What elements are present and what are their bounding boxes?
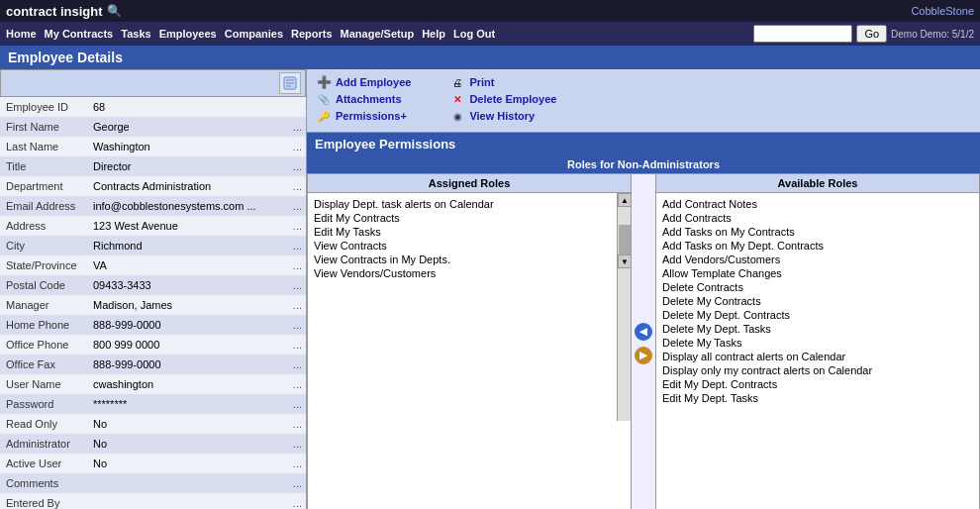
available-role-item[interactable]: Add Contracts bbox=[660, 211, 975, 225]
assigned-role-item[interactable]: View Contracts in My Depts. bbox=[312, 253, 613, 266]
field-edit-dots[interactable]: ... bbox=[286, 454, 306, 473]
available-role-item[interactable]: Add Tasks on My Contracts bbox=[660, 225, 975, 239]
attachments-link[interactable]: Attachments bbox=[336, 93, 402, 105]
assigned-role-item[interactable]: View Contracts bbox=[312, 239, 613, 253]
assigned-role-item[interactable]: Edit My Tasks bbox=[312, 225, 613, 239]
nav-reports[interactable]: Reports bbox=[291, 28, 333, 40]
field-edit-dots[interactable]: ... bbox=[286, 137, 306, 156]
go-button[interactable]: Go bbox=[856, 25, 887, 43]
available-role-item[interactable]: Delete My Tasks bbox=[660, 336, 975, 350]
available-role-item[interactable]: Display only my contract alerts on Calen… bbox=[660, 363, 975, 377]
nav-help[interactable]: Help bbox=[422, 28, 445, 40]
nav-employees[interactable]: Employees bbox=[159, 28, 217, 40]
available-role-item[interactable]: Add Vendors/Customers bbox=[660, 253, 975, 266]
field-edit-dots[interactable]: ... bbox=[286, 216, 306, 236]
cobblestone-link[interactable]: CobbleStone bbox=[911, 5, 974, 17]
assigned-role-item[interactable]: Display Dept. task alerts on Calendar bbox=[312, 197, 613, 211]
edit-icon[interactable] bbox=[279, 72, 301, 94]
field-edit-dots[interactable]: ... bbox=[286, 236, 306, 255]
field-value: No bbox=[89, 454, 286, 473]
nav-home[interactable]: Home bbox=[6, 28, 37, 40]
available-role-item[interactable]: Delete Contracts bbox=[660, 280, 975, 294]
right-panel: ➕ Add Employee 📎 Attachments 🔑 Permissio… bbox=[307, 69, 980, 509]
field-value: 123 West Avenue bbox=[89, 216, 286, 236]
available-role-item[interactable]: Add Tasks on My Dept. Contracts bbox=[660, 239, 975, 253]
field-label: State/Province bbox=[0, 255, 89, 275]
field-edit-dots[interactable]: ... bbox=[286, 196, 306, 216]
field-edit-dots[interactable]: ... bbox=[286, 275, 306, 295]
field-value: Contracts Administration bbox=[89, 176, 286, 196]
field-label: Entered By bbox=[0, 493, 89, 509]
scroll-thumb[interactable] bbox=[619, 225, 631, 254]
print-icon: 🖨 bbox=[450, 75, 464, 89]
field-edit-dots[interactable]: ... bbox=[286, 394, 306, 414]
employee-fields: Employee ID 68 First Name George ... Las… bbox=[0, 97, 306, 509]
available-role-item[interactable]: Edit My Dept. Tasks bbox=[660, 391, 975, 405]
print-link[interactable]: Print bbox=[469, 76, 494, 88]
field-edit-dots[interactable]: ... bbox=[286, 335, 306, 355]
field-label: Administrator bbox=[0, 434, 89, 454]
field-edit-dots[interactable]: ... bbox=[286, 255, 306, 275]
nav-log-out[interactable]: Log Out bbox=[453, 28, 495, 40]
field-edit-dots[interactable]: ... bbox=[286, 315, 306, 335]
field-label: Comments bbox=[0, 473, 89, 493]
view-history-icon: ◉ bbox=[450, 109, 464, 123]
field-edit-dots[interactable]: ... bbox=[286, 117, 306, 137]
available-role-item[interactable]: Display all contract alerts on Calendar bbox=[660, 350, 975, 363]
roles-cols: Assigned Roles Display Dept. task alerts… bbox=[307, 173, 980, 509]
field-value: info@cobblestonesystems.com ... bbox=[89, 196, 286, 216]
view-history-link[interactable]: View History bbox=[469, 110, 535, 122]
permissions-icon: 🔑 bbox=[317, 109, 331, 123]
field-edit-dots[interactable]: ... bbox=[286, 176, 306, 196]
delete-employee-link[interactable]: Delete Employee bbox=[469, 93, 556, 105]
field-edit-dots[interactable]: ... bbox=[286, 355, 306, 374]
field-value bbox=[89, 493, 286, 509]
scroll-up-btn[interactable]: ▲ bbox=[618, 193, 632, 207]
field-value: cwashington bbox=[89, 374, 286, 394]
nav-links: Home My Contracts Tasks Employees Compan… bbox=[6, 28, 495, 40]
available-role-item[interactable]: Delete My Dept. Tasks bbox=[660, 322, 975, 336]
search-input[interactable] bbox=[753, 25, 852, 43]
permissions-action: 🔑 Permissions+ bbox=[317, 109, 411, 123]
view-history-action: ◉ View History bbox=[450, 109, 556, 123]
action-panel: ➕ Add Employee 📎 Attachments 🔑 Permissio… bbox=[307, 69, 980, 133]
available-role-item[interactable]: Delete My Contracts bbox=[660, 294, 975, 308]
field-edit-dots[interactable]: ... bbox=[286, 493, 306, 509]
delete-employee-action: ✕ Delete Employee bbox=[450, 92, 556, 106]
field-edit-dots[interactable]: ... bbox=[286, 374, 306, 394]
permissions-link[interactable]: Permissions+ bbox=[336, 110, 407, 122]
actions-col-1: ➕ Add Employee 📎 Attachments 🔑 Permissio… bbox=[317, 75, 411, 126]
field-label: Address bbox=[0, 216, 89, 236]
field-edit-dots[interactable]: ... bbox=[286, 156, 306, 176]
scroll-down-btn[interactable]: ▼ bbox=[618, 254, 632, 268]
field-value: George bbox=[89, 117, 286, 137]
print-action: 🖨 Print bbox=[450, 75, 556, 89]
field-label: First Name bbox=[0, 117, 89, 137]
nav-manage-setup[interactable]: Manage/Setup bbox=[341, 28, 415, 40]
field-label: Office Fax bbox=[0, 355, 89, 374]
move-right-btn[interactable]: ▶ bbox=[635, 347, 652, 364]
attachments-action: 📎 Attachments bbox=[317, 92, 411, 106]
assigned-roles-scrollbar[interactable]: ▲ ▼ bbox=[617, 193, 631, 421]
assigned-role-item[interactable]: View Vendors/Customers bbox=[312, 266, 613, 280]
available-role-item[interactable]: Edit My Dept. Contracts bbox=[660, 377, 975, 391]
available-role-item[interactable]: Allow Template Changes bbox=[660, 266, 975, 280]
field-edit-dots[interactable]: ... bbox=[286, 473, 306, 493]
field-edit-dots[interactable]: ... bbox=[286, 434, 306, 454]
available-role-item[interactable]: Delete My Dept. Contracts bbox=[660, 308, 975, 322]
field-label: Last Name bbox=[0, 137, 89, 156]
demo-text: Demo Demo: 5/1/2 bbox=[891, 29, 974, 40]
available-role-item[interactable]: Add Contract Notes bbox=[660, 197, 975, 211]
nav-tasks[interactable]: Tasks bbox=[121, 28, 150, 40]
field-edit-dots[interactable]: ... bbox=[286, 295, 306, 315]
nav-my-contracts[interactable]: My Contracts bbox=[45, 28, 114, 40]
assigned-role-item[interactable]: Edit My Contracts bbox=[312, 211, 613, 225]
field-label: Email Address bbox=[0, 196, 89, 216]
add-employee-icon: ➕ bbox=[317, 75, 331, 89]
field-label: Manager bbox=[0, 295, 89, 315]
field-value: VA bbox=[89, 255, 286, 275]
move-left-btn[interactable]: ◀ bbox=[635, 323, 652, 341]
field-edit-dots[interactable]: ... bbox=[286, 414, 306, 434]
add-employee-link[interactable]: Add Employee bbox=[336, 76, 411, 88]
nav-companies[interactable]: Companies bbox=[225, 28, 283, 40]
